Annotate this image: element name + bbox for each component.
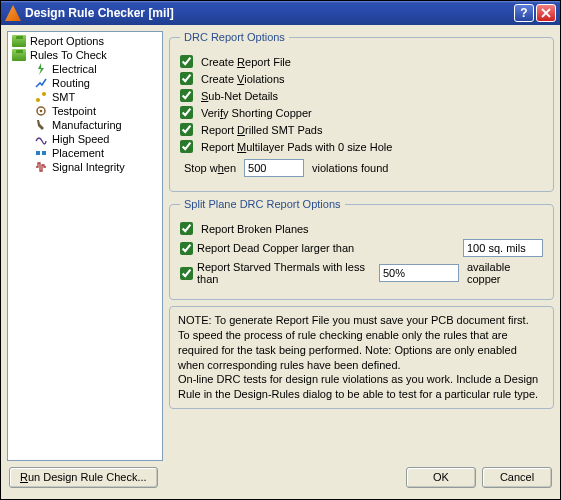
folder-icon <box>12 49 26 61</box>
tree-item-testpoint[interactable]: Testpoint <box>8 104 162 118</box>
broken-planes-label: Report Broken Planes <box>201 223 309 235</box>
window-title: Design Rule Checker [mil] <box>25 6 512 20</box>
app-icon <box>5 5 21 21</box>
tree-label: Testpoint <box>52 105 96 117</box>
category-tree[interactable]: Report Options Rules To Check Electrical… <box>7 31 163 461</box>
tree-label: Signal Integrity <box>52 161 125 173</box>
tree-label: SMT <box>52 91 75 103</box>
tree-item-manufacturing[interactable]: Manufacturing <box>8 118 162 132</box>
tree-label: Electrical <box>52 63 97 75</box>
tree-item-routing[interactable]: Routing <box>8 76 162 90</box>
drilled-checkbox[interactable] <box>180 123 193 136</box>
starved-thermals-input[interactable] <box>379 264 459 282</box>
close-button[interactable] <box>536 4 556 22</box>
dialog-footer: Run Design Rule Check... OK Cancel <box>1 467 560 493</box>
split-plane-options-group: Split Plane DRC Report Options Report Br… <box>169 198 554 300</box>
create-violations-label: Create Violations <box>201 73 285 85</box>
dead-copper-input[interactable] <box>463 239 543 257</box>
svg-point-3 <box>40 110 43 113</box>
tree-item-rules-to-check[interactable]: Rules To Check <box>8 48 162 62</box>
create-report-checkbox[interactable] <box>180 55 193 68</box>
tree-item-report-options[interactable]: Report Options <box>8 34 162 48</box>
note-line: On-line DRC tests for design rule violat… <box>178 372 545 402</box>
tree-item-placement[interactable]: Placement <box>8 146 162 160</box>
starved-thermals-tail: available copper <box>467 261 543 285</box>
folder-icon <box>12 35 26 47</box>
highspeed-icon <box>34 133 48 145</box>
stop-when-label: Stop when <box>184 162 236 174</box>
starved-thermals-label: Report Starved Thermals with less than <box>197 261 379 285</box>
group-legend: Split Plane DRC Report Options <box>180 198 345 210</box>
run-drc-button[interactable]: Run Design Rule Check... <box>9 467 158 488</box>
routing-icon <box>34 77 48 89</box>
signal-icon <box>34 161 48 173</box>
tree-item-high-speed[interactable]: High Speed <box>8 132 162 146</box>
subnet-label: Sub-Net Details <box>201 90 278 102</box>
create-violations-checkbox[interactable] <box>180 72 193 85</box>
svg-point-0 <box>36 98 40 102</box>
create-report-label: Create Report File <box>201 56 291 68</box>
note-line: To speed the process of rule checking en… <box>178 328 545 373</box>
tree-label: Placement <box>52 147 104 159</box>
broken-planes-checkbox[interactable] <box>180 222 193 235</box>
note-line: NOTE: To generate Report File you must s… <box>178 313 545 328</box>
tree-item-electrical[interactable]: Electrical <box>8 62 162 76</box>
manufacturing-icon <box>34 119 48 131</box>
cancel-button[interactable]: Cancel <box>482 467 552 488</box>
tree-label: Manufacturing <box>52 119 122 131</box>
drilled-label: Report Drilled SMT Pads <box>201 124 322 136</box>
subnet-checkbox[interactable] <box>180 89 193 102</box>
tree-label: Report Options <box>30 35 104 47</box>
svg-point-1 <box>42 92 46 96</box>
dead-copper-label: Report Dead Copper larger than <box>197 242 354 254</box>
multilayer-label: Report Multilayer Pads with 0 size Hole <box>201 141 392 153</box>
svg-rect-4 <box>36 151 40 155</box>
smt-icon <box>34 91 48 103</box>
shorting-label: Verify Shorting Copper <box>201 107 312 119</box>
shorting-checkbox[interactable] <box>180 106 193 119</box>
electrical-icon <box>34 63 48 75</box>
drc-report-options-group: DRC Report Options Create Report File Cr… <box>169 31 554 192</box>
group-legend: DRC Report Options <box>180 31 289 43</box>
note-box: NOTE: To generate Report File you must s… <box>169 306 554 409</box>
stop-when-suffix: violations found <box>312 162 388 174</box>
svg-rect-5 <box>42 151 46 155</box>
tree-label: Rules To Check <box>30 49 107 61</box>
ok-button[interactable]: OK <box>406 467 476 488</box>
tree-item-smt[interactable]: SMT <box>8 90 162 104</box>
tree-label: High Speed <box>52 133 110 145</box>
title-bar: Design Rule Checker [mil] ? <box>1 1 560 25</box>
dead-copper-checkbox[interactable] <box>180 242 193 255</box>
tree-item-signal-integrity[interactable]: Signal Integrity <box>8 160 162 174</box>
help-button[interactable]: ? <box>514 4 534 22</box>
multilayer-checkbox[interactable] <box>180 140 193 153</box>
testpoint-icon <box>34 105 48 117</box>
starved-thermals-checkbox[interactable] <box>180 267 193 280</box>
stop-when-input[interactable] <box>244 159 304 177</box>
tree-label: Routing <box>52 77 90 89</box>
placement-icon <box>34 147 48 159</box>
